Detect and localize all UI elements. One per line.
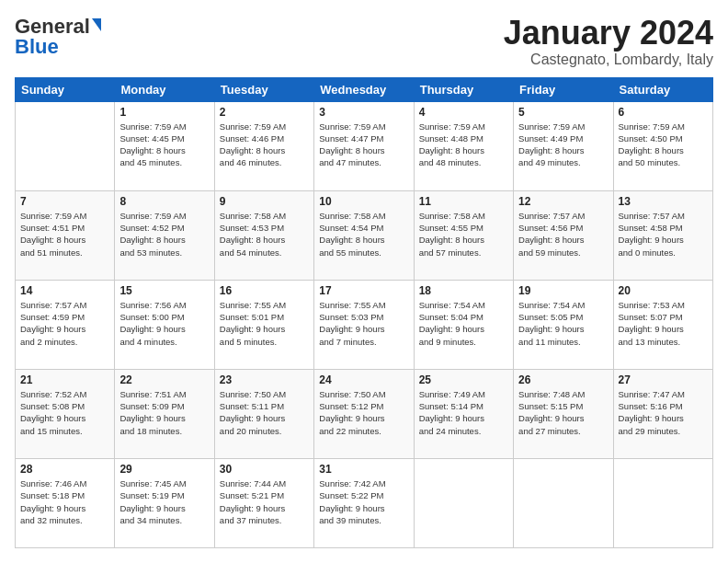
day-info: Sunrise: 7:46 AM Sunset: 5:18 PM Dayligh… [20, 477, 109, 526]
calendar-cell: 22Sunrise: 7:51 AM Sunset: 5:09 PM Dayli… [115, 369, 214, 458]
calendar-cell: 19Sunrise: 7:54 AM Sunset: 5:05 PM Dayli… [514, 280, 613, 369]
calendar-cell: 9Sunrise: 7:58 AM Sunset: 4:53 PM Daylig… [214, 190, 313, 280]
day-number: 20 [619, 284, 708, 297]
day-info: Sunrise: 7:59 AM Sunset: 4:46 PM Dayligh… [220, 121, 309, 169]
day-info: Sunrise: 7:47 AM Sunset: 5:16 PM Dayligh… [619, 388, 708, 437]
day-info: Sunrise: 7:53 AM Sunset: 5:07 PM Dayligh… [619, 299, 708, 348]
day-number: 1 [119, 106, 209, 119]
calendar-cell: 26Sunrise: 7:48 AM Sunset: 5:15 PM Dayli… [514, 369, 613, 458]
day-info: Sunrise: 7:57 AM Sunset: 4:56 PM Dayligh… [518, 210, 608, 259]
header-tuesday: Tuesday [214, 77, 313, 101]
day-info: Sunrise: 7:55 AM Sunset: 5:03 PM Dayligh… [319, 299, 408, 348]
calendar-cell [514, 458, 613, 547]
day-info: Sunrise: 7:45 AM Sunset: 5:19 PM Dayligh… [119, 477, 209, 526]
day-number: 28 [20, 463, 109, 476]
calendar-table: Sunday Monday Tuesday Wednesday Thursday… [15, 77, 713, 548]
header-saturday: Saturday [613, 77, 712, 101]
day-number: 10 [319, 195, 408, 208]
calendar-row-3: 21Sunrise: 7:52 AM Sunset: 5:08 PM Dayli… [16, 369, 713, 458]
day-number: 22 [119, 373, 209, 386]
day-number: 12 [518, 195, 608, 208]
header-friday: Friday [514, 77, 613, 101]
day-info: Sunrise: 7:58 AM Sunset: 4:53 PM Dayligh… [220, 210, 309, 259]
day-number: 15 [119, 284, 209, 297]
day-number: 26 [518, 373, 608, 386]
day-info: Sunrise: 7:57 AM Sunset: 4:58 PM Dayligh… [619, 210, 708, 259]
day-info: Sunrise: 7:48 AM Sunset: 5:15 PM Dayligh… [518, 388, 608, 437]
title-block: January 2024 Castegnato, Lombardy, Italy [504, 15, 713, 68]
day-info: Sunrise: 7:50 AM Sunset: 5:11 PM Dayligh… [220, 388, 309, 437]
header: General Blue January 2024 Castegnato, Lo… [15, 15, 713, 68]
day-info: Sunrise: 7:54 AM Sunset: 5:05 PM Dayligh… [518, 299, 608, 348]
day-number: 24 [319, 373, 408, 386]
day-number: 8 [119, 195, 209, 208]
day-number: 23 [220, 373, 309, 386]
calendar-row-1: 7Sunrise: 7:59 AM Sunset: 4:51 PM Daylig… [16, 190, 713, 280]
day-number: 6 [619, 106, 708, 119]
calendar-row-0: 1Sunrise: 7:59 AM Sunset: 4:45 PM Daylig… [16, 101, 713, 190]
calendar-cell: 1Sunrise: 7:59 AM Sunset: 4:45 PM Daylig… [115, 101, 214, 190]
day-number: 25 [419, 373, 508, 386]
day-number: 3 [319, 106, 408, 119]
calendar-cell: 11Sunrise: 7:58 AM Sunset: 4:55 PM Dayli… [414, 190, 513, 280]
calendar-cell: 12Sunrise: 7:57 AM Sunset: 4:56 PM Dayli… [514, 190, 613, 280]
day-number: 17 [319, 284, 408, 297]
day-info: Sunrise: 7:44 AM Sunset: 5:21 PM Dayligh… [220, 477, 309, 526]
day-info: Sunrise: 7:52 AM Sunset: 5:08 PM Dayligh… [20, 388, 109, 437]
calendar-cell: 30Sunrise: 7:44 AM Sunset: 5:21 PM Dayli… [214, 458, 313, 547]
day-info: Sunrise: 7:59 AM Sunset: 4:45 PM Dayligh… [119, 121, 209, 169]
day-number: 2 [220, 106, 309, 119]
month-title: January 2024 [504, 15, 713, 52]
day-info: Sunrise: 7:56 AM Sunset: 5:00 PM Dayligh… [119, 299, 209, 348]
header-sunday: Sunday [16, 77, 115, 101]
calendar-cell: 28Sunrise: 7:46 AM Sunset: 5:18 PM Dayli… [16, 458, 115, 547]
calendar-cell [613, 458, 712, 547]
day-info: Sunrise: 7:51 AM Sunset: 5:09 PM Dayligh… [119, 388, 209, 437]
header-monday: Monday [115, 77, 214, 101]
day-number: 18 [419, 284, 508, 297]
day-info: Sunrise: 7:58 AM Sunset: 4:55 PM Dayligh… [419, 210, 508, 259]
day-info: Sunrise: 7:59 AM Sunset: 4:52 PM Dayligh… [119, 210, 209, 259]
day-number: 4 [419, 106, 508, 119]
day-info: Sunrise: 7:59 AM Sunset: 4:47 PM Dayligh… [319, 121, 408, 169]
calendar-cell: 21Sunrise: 7:52 AM Sunset: 5:08 PM Dayli… [16, 369, 115, 458]
location-title: Castegnato, Lombardy, Italy [504, 52, 713, 68]
calendar-cell: 24Sunrise: 7:50 AM Sunset: 5:12 PM Dayli… [314, 369, 414, 458]
day-number: 14 [20, 284, 109, 297]
calendar-cell: 6Sunrise: 7:59 AM Sunset: 4:50 PM Daylig… [613, 101, 712, 190]
day-info: Sunrise: 7:59 AM Sunset: 4:48 PM Dayligh… [419, 121, 508, 169]
day-number: 16 [220, 284, 309, 297]
calendar-cell: 5Sunrise: 7:59 AM Sunset: 4:49 PM Daylig… [514, 101, 613, 190]
calendar-row-2: 14Sunrise: 7:57 AM Sunset: 4:59 PM Dayli… [16, 280, 713, 369]
calendar-cell [414, 458, 513, 547]
day-number: 21 [20, 373, 109, 386]
calendar-row-4: 28Sunrise: 7:46 AM Sunset: 5:18 PM Dayli… [16, 458, 713, 547]
header-thursday: Thursday [414, 77, 513, 101]
calendar-cell: 7Sunrise: 7:59 AM Sunset: 4:51 PM Daylig… [16, 190, 115, 280]
day-info: Sunrise: 7:42 AM Sunset: 5:22 PM Dayligh… [319, 477, 408, 526]
day-number: 29 [119, 463, 209, 476]
calendar-cell: 23Sunrise: 7:50 AM Sunset: 5:11 PM Dayli… [214, 369, 313, 458]
calendar-cell: 3Sunrise: 7:59 AM Sunset: 4:47 PM Daylig… [314, 101, 414, 190]
day-number: 9 [220, 195, 309, 208]
day-number: 13 [619, 195, 708, 208]
calendar-cell: 17Sunrise: 7:55 AM Sunset: 5:03 PM Dayli… [314, 280, 414, 369]
day-info: Sunrise: 7:59 AM Sunset: 4:50 PM Dayligh… [619, 121, 708, 169]
day-info: Sunrise: 7:50 AM Sunset: 5:12 PM Dayligh… [319, 388, 408, 437]
day-number: 7 [20, 195, 109, 208]
day-info: Sunrise: 7:55 AM Sunset: 5:01 PM Dayligh… [220, 299, 309, 348]
logo-blue: Blue [15, 35, 59, 59]
calendar-cell: 10Sunrise: 7:58 AM Sunset: 4:54 PM Dayli… [314, 190, 414, 280]
day-number: 30 [220, 463, 309, 476]
day-number: 31 [319, 463, 408, 476]
calendar-header-row: Sunday Monday Tuesday Wednesday Thursday… [16, 77, 713, 101]
day-number: 19 [518, 284, 608, 297]
calendar-cell: 4Sunrise: 7:59 AM Sunset: 4:48 PM Daylig… [414, 101, 513, 190]
calendar-cell: 8Sunrise: 7:59 AM Sunset: 4:52 PM Daylig… [115, 190, 214, 280]
day-number: 27 [619, 373, 708, 386]
calendar-cell: 29Sunrise: 7:45 AM Sunset: 5:19 PM Dayli… [115, 458, 214, 547]
calendar-cell: 31Sunrise: 7:42 AM Sunset: 5:22 PM Dayli… [314, 458, 414, 547]
calendar-cell: 27Sunrise: 7:47 AM Sunset: 5:16 PM Dayli… [613, 369, 712, 458]
day-info: Sunrise: 7:57 AM Sunset: 4:59 PM Dayligh… [20, 299, 109, 348]
header-wednesday: Wednesday [314, 77, 414, 101]
